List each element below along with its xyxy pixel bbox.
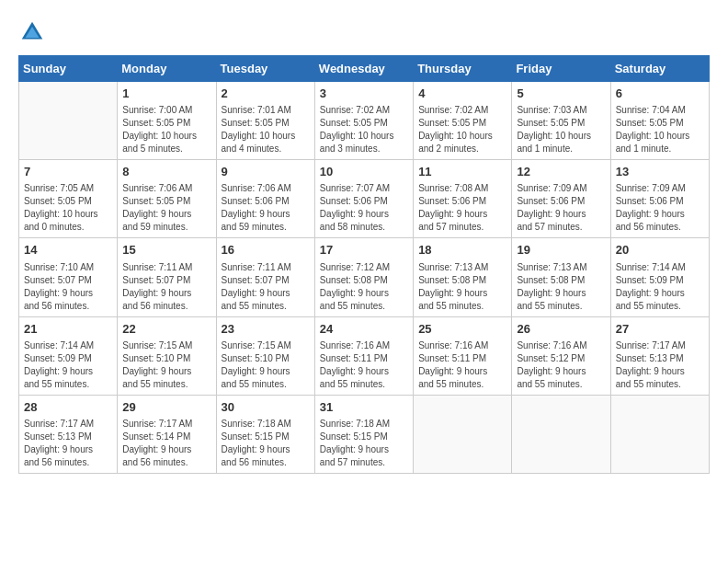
day-number: 18 — [418, 242, 506, 259]
day-cell: 30Sunrise: 7:18 AM Sunset: 5:15 PM Dayli… — [216, 395, 314, 473]
day-number: 28 — [24, 399, 112, 416]
day-info: Sunrise: 7:06 AM Sunset: 5:06 PM Dayligh… — [222, 182, 310, 234]
week-row-1: 1Sunrise: 7:00 AM Sunset: 5:05 PM Daylig… — [19, 82, 710, 160]
day-number: 19 — [517, 242, 605, 259]
day-number: 20 — [616, 242, 704, 259]
day-number: 9 — [222, 164, 310, 180]
day-info: Sunrise: 7:10 AM Sunset: 5:07 PM Dayligh… — [24, 261, 112, 313]
day-info: Sunrise: 7:08 AM Sunset: 5:06 PM Dayligh… — [418, 182, 506, 234]
day-cell: 7Sunrise: 7:05 AM Sunset: 5:05 PM Daylig… — [19, 160, 118, 238]
day-number: 17 — [320, 242, 408, 259]
day-cell: 16Sunrise: 7:11 AM Sunset: 5:07 PM Dayli… — [216, 238, 314, 316]
day-cell: 15Sunrise: 7:11 AM Sunset: 5:07 PM Dayli… — [118, 238, 216, 316]
day-cell: 20Sunrise: 7:14 AM Sunset: 5:09 PM Dayli… — [610, 238, 709, 316]
day-number: 23 — [222, 321, 310, 338]
day-cell: 29Sunrise: 7:17 AM Sunset: 5:14 PM Dayli… — [118, 395, 216, 473]
day-info: Sunrise: 7:07 AM Sunset: 5:06 PM Dayligh… — [320, 182, 408, 234]
day-info: Sunrise: 7:04 AM Sunset: 5:05 PM Dayligh… — [616, 104, 704, 155]
day-cell: 28Sunrise: 7:17 AM Sunset: 5:13 PM Dayli… — [19, 395, 118, 473]
day-info: Sunrise: 7:12 AM Sunset: 5:08 PM Dayligh… — [320, 261, 408, 313]
day-cell: 19Sunrise: 7:13 AM Sunset: 5:08 PM Dayli… — [512, 238, 610, 316]
day-info: Sunrise: 7:05 AM Sunset: 5:05 PM Dayligh… — [24, 182, 112, 234]
day-info: Sunrise: 7:14 AM Sunset: 5:09 PM Dayligh… — [24, 339, 112, 391]
day-number: 26 — [517, 321, 605, 338]
day-info: Sunrise: 7:06 AM Sunset: 5:05 PM Dayligh… — [122, 182, 210, 234]
day-cell: 11Sunrise: 7:08 AM Sunset: 5:06 PM Dayli… — [414, 160, 512, 238]
day-info: Sunrise: 7:09 AM Sunset: 5:06 PM Dayligh… — [616, 182, 704, 234]
day-cell: 3Sunrise: 7:02 AM Sunset: 5:05 PM Daylig… — [314, 82, 413, 160]
day-cell: 25Sunrise: 7:16 AM Sunset: 5:11 PM Dayli… — [414, 316, 512, 395]
day-cell: 27Sunrise: 7:17 AM Sunset: 5:13 PM Dayli… — [610, 316, 709, 395]
day-info: Sunrise: 7:17 AM Sunset: 5:13 PM Dayligh… — [616, 339, 704, 391]
day-cell: 18Sunrise: 7:13 AM Sunset: 5:08 PM Dayli… — [414, 238, 512, 316]
day-info: Sunrise: 7:03 AM Sunset: 5:05 PM Dayligh… — [517, 104, 605, 155]
day-cell: 23Sunrise: 7:15 AM Sunset: 5:10 PM Dayli… — [216, 316, 314, 395]
day-number: 22 — [122, 321, 210, 338]
logo-icon — [18, 18, 46, 46]
day-cell: 26Sunrise: 7:16 AM Sunset: 5:12 PM Dayli… — [512, 316, 610, 395]
week-row-2: 7Sunrise: 7:05 AM Sunset: 5:05 PM Daylig… — [19, 160, 710, 238]
day-info: Sunrise: 7:18 AM Sunset: 5:15 PM Dayligh… — [222, 418, 310, 469]
day-number: 10 — [320, 164, 408, 180]
day-cell — [610, 395, 709, 473]
day-cell: 8Sunrise: 7:06 AM Sunset: 5:05 PM Daylig… — [118, 160, 216, 238]
day-number: 6 — [616, 86, 704, 102]
calendar-table: SundayMondayTuesdayWednesdayThursdayFrid… — [18, 55, 710, 474]
day-number: 7 — [24, 164, 112, 180]
day-cell — [512, 395, 610, 473]
day-cell: 21Sunrise: 7:14 AM Sunset: 5:09 PM Dayli… — [19, 316, 118, 395]
day-info: Sunrise: 7:09 AM Sunset: 5:06 PM Dayligh… — [517, 182, 605, 234]
day-number: 30 — [222, 399, 310, 416]
day-info: Sunrise: 7:15 AM Sunset: 5:10 PM Dayligh… — [122, 339, 210, 391]
header-cell-friday: Friday — [512, 56, 610, 82]
day-number: 8 — [122, 164, 210, 180]
day-cell: 13Sunrise: 7:09 AM Sunset: 5:06 PM Dayli… — [610, 160, 709, 238]
day-info: Sunrise: 7:02 AM Sunset: 5:05 PM Dayligh… — [320, 104, 408, 155]
day-number: 12 — [517, 164, 605, 180]
header-cell-wednesday: Wednesday — [314, 56, 413, 82]
day-number: 15 — [122, 242, 210, 259]
day-cell: 24Sunrise: 7:16 AM Sunset: 5:11 PM Dayli… — [314, 316, 413, 395]
header-cell-saturday: Saturday — [610, 56, 709, 82]
day-cell — [19, 82, 118, 160]
week-row-5: 28Sunrise: 7:17 AM Sunset: 5:13 PM Dayli… — [19, 395, 710, 473]
day-number: 11 — [418, 164, 506, 180]
day-number: 2 — [222, 86, 310, 102]
day-info: Sunrise: 7:01 AM Sunset: 5:05 PM Dayligh… — [222, 104, 310, 155]
day-number: 29 — [122, 399, 210, 416]
day-info: Sunrise: 7:16 AM Sunset: 5:11 PM Dayligh… — [320, 339, 408, 391]
logo — [18, 18, 48, 46]
header-cell-monday: Monday — [118, 56, 216, 82]
day-cell: 1Sunrise: 7:00 AM Sunset: 5:05 PM Daylig… — [118, 82, 216, 160]
day-cell — [414, 395, 512, 473]
day-cell: 17Sunrise: 7:12 AM Sunset: 5:08 PM Dayli… — [314, 238, 413, 316]
day-number: 3 — [320, 86, 408, 102]
day-number: 25 — [418, 321, 506, 338]
day-number: 21 — [24, 321, 112, 338]
day-info: Sunrise: 7:18 AM Sunset: 5:15 PM Dayligh… — [320, 418, 408, 469]
week-row-3: 14Sunrise: 7:10 AM Sunset: 5:07 PM Dayli… — [19, 238, 710, 316]
calendar-header: SundayMondayTuesdayWednesdayThursdayFrid… — [19, 56, 710, 82]
day-cell: 6Sunrise: 7:04 AM Sunset: 5:05 PM Daylig… — [610, 82, 709, 160]
header-cell-sunday: Sunday — [19, 56, 118, 82]
page-header — [18, 18, 710, 46]
day-info: Sunrise: 7:11 AM Sunset: 5:07 PM Dayligh… — [122, 261, 210, 313]
day-cell: 31Sunrise: 7:18 AM Sunset: 5:15 PM Dayli… — [314, 395, 413, 473]
day-info: Sunrise: 7:02 AM Sunset: 5:05 PM Dayligh… — [418, 104, 506, 155]
day-cell: 14Sunrise: 7:10 AM Sunset: 5:07 PM Dayli… — [19, 238, 118, 316]
day-number: 31 — [320, 399, 408, 416]
day-info: Sunrise: 7:15 AM Sunset: 5:10 PM Dayligh… — [222, 339, 310, 391]
day-number: 4 — [418, 86, 506, 102]
day-info: Sunrise: 7:13 AM Sunset: 5:08 PM Dayligh… — [517, 261, 605, 313]
header-row: SundayMondayTuesdayWednesdayThursdayFrid… — [19, 56, 710, 82]
day-number: 24 — [320, 321, 408, 338]
calendar-body: 1Sunrise: 7:00 AM Sunset: 5:05 PM Daylig… — [19, 82, 710, 474]
day-cell: 22Sunrise: 7:15 AM Sunset: 5:10 PM Dayli… — [118, 316, 216, 395]
day-cell: 4Sunrise: 7:02 AM Sunset: 5:05 PM Daylig… — [414, 82, 512, 160]
day-info: Sunrise: 7:17 AM Sunset: 5:13 PM Dayligh… — [24, 418, 112, 469]
day-info: Sunrise: 7:17 AM Sunset: 5:14 PM Dayligh… — [122, 418, 210, 469]
day-cell: 2Sunrise: 7:01 AM Sunset: 5:05 PM Daylig… — [216, 82, 314, 160]
day-cell: 10Sunrise: 7:07 AM Sunset: 5:06 PM Dayli… — [314, 160, 413, 238]
day-info: Sunrise: 7:11 AM Sunset: 5:07 PM Dayligh… — [222, 261, 310, 313]
header-cell-thursday: Thursday — [414, 56, 512, 82]
